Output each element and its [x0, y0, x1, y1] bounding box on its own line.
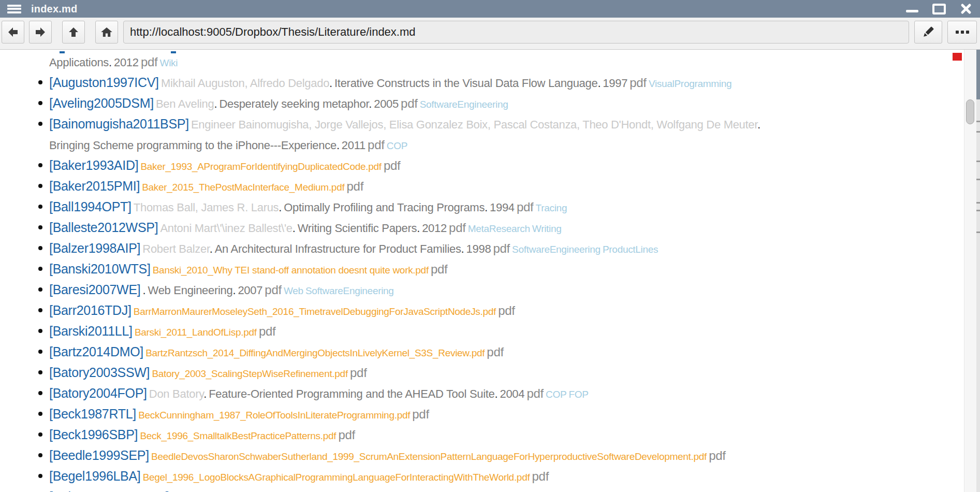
pdf-link[interactable]: pdf [431, 262, 447, 276]
close-icon [960, 3, 972, 15]
pdf-link[interactable]: pdf [532, 469, 549, 483]
document-content: Applications. 2012 pdf Wiki[Auguston1997… [0, 50, 980, 492]
pdf-link[interactable]: pdf [350, 366, 367, 380]
window-scrollbar-track[interactable] [976, 50, 980, 492]
citation-key-link[interactable]: [Barski2011LL] [49, 324, 133, 338]
maximize-icon [932, 4, 946, 15]
tag-link[interactable]: SoftwareEngineering [305, 285, 394, 296]
citation-key-link[interactable]: [Baker2015PMI] [49, 179, 140, 193]
citation-key-link[interactable]: [Beck1987RTL] [49, 407, 136, 421]
pdf-link[interactable]: pdf [709, 448, 725, 462]
citation-key-link[interactable]: [Baker1993AID] [49, 158, 138, 172]
tag-link[interactable]: Wiki [160, 57, 178, 68]
separator-period: . [461, 242, 464, 255]
back-button[interactable] [2, 21, 24, 44]
pdf-filename-link[interactable]: BeckCunningham_1987_RoleOfToolsInLiterat… [138, 410, 410, 421]
citation-key-link[interactable]: [Auguston1997ICV] [49, 75, 159, 90]
entry-title: Feature-Oriented Programming and the AHE… [209, 387, 494, 400]
pdf-link[interactable]: pdf [259, 324, 275, 338]
entry-year: 2012 [422, 222, 447, 235]
content-scrollbar-thumb[interactable] [966, 99, 974, 124]
up-button[interactable] [62, 21, 85, 44]
entry-year: 2005 [374, 97, 399, 110]
pdf-filename-link[interactable]: Beck_1996_SmalltalkBestPracticePatterns.… [140, 430, 336, 441]
citation-key-link[interactable]: [Begel1996LBA] [49, 469, 141, 483]
pdf-filename-link[interactable]: Batory_2003_ScalingStepWiseRefinement.pd… [152, 368, 348, 379]
tag-link[interactable]: Web [284, 285, 303, 296]
tag-link[interactable]: Writing [532, 223, 562, 234]
tag-link[interactable]: SoftwareEngineering [420, 99, 508, 110]
separator-period: . [214, 97, 217, 110]
citation-key-link[interactable]: [Balleste2012WSP] [49, 220, 158, 235]
window-scrollbar-thumb[interactable] [976, 50, 980, 99]
pdf-link[interactable]: pdf [265, 283, 281, 297]
tag-link[interactable]: SoftwareEngineering [512, 244, 601, 255]
tag-link[interactable]: COP [387, 140, 407, 151]
pdf-link[interactable]: pdf [368, 138, 384, 152]
pdf-link[interactable]: pdf [526, 386, 543, 400]
pdf-filename-link[interactable]: Banski_2010_Why TEI stand-off annotation… [153, 265, 429, 276]
citation-key-link[interactable]: [Batory2004FOP] [49, 386, 147, 400]
tag-link[interactable]: COP [546, 389, 566, 400]
citation-key-link[interactable]: [Banski2010WTS] [49, 262, 151, 276]
minimize-button[interactable] [904, 2, 920, 16]
pdf-filename-link[interactable]: BarrMarronMaurerMoseleySeth_2016_Timetra… [134, 306, 496, 317]
more-options-button[interactable] [947, 21, 977, 44]
citation-key-link[interactable]: [Barr2016TDJ] [49, 303, 131, 317]
pdf-link[interactable]: pdf [141, 55, 157, 69]
pdf-filename-link[interactable]: BeedleDevosSharonSchwaberSutherland_1999… [151, 451, 707, 462]
forward-button[interactable] [29, 21, 52, 44]
citation-key-link[interactable]: [Beck1996SBP] [49, 427, 138, 442]
content-scrollbar-track[interactable] [964, 50, 976, 492]
citation-key-link[interactable]: [Batory2003SSW] [49, 365, 150, 380]
tag-link[interactable]: MetaResearch [468, 223, 530, 234]
citation-key-link[interactable]: [Baresi2007WE] [49, 282, 140, 297]
bibliography-entry: [Barski2011LL] Barski_2011_LandOfLisp.pd… [49, 322, 918, 342]
citation-key-link[interactable]: [Ball1994OPT] [49, 199, 131, 214]
citation-key-link[interactable]: [Bekmann2009GWD] [49, 489, 169, 492]
pdf-link[interactable]: pdf [338, 428, 355, 442]
pdf-link[interactable]: pdf [498, 303, 515, 317]
pdf-link[interactable]: pdf [384, 158, 400, 172]
home-button[interactable] [95, 21, 118, 44]
citation-key-link[interactable]: [Balzer1998AIP] [49, 241, 140, 255]
bibliography-entry: [Beck1996SBP] Beck_1996_SmalltalkBestPra… [49, 425, 918, 446]
bibliography-entry: [Baker1993AID] Baker_1993_AProgramForIde… [49, 156, 918, 177]
tag-link[interactable]: ProductLines [603, 244, 658, 255]
pdf-link[interactable]: pdf [412, 407, 429, 421]
pdf-link[interactable]: pdf [517, 200, 533, 214]
pdf-filename-link[interactable]: Baker_1993_AProgramForIdentifyingDuplica… [140, 161, 381, 172]
tag-link[interactable]: Tracing [536, 202, 567, 213]
pdf-link[interactable]: pdf [487, 345, 503, 359]
pdf-filename-link[interactable]: Baker_2015_ThePostMacInterface_Medium.pd… [142, 182, 344, 193]
maximize-button[interactable] [931, 2, 947, 16]
hamburger-menu-icon[interactable] [7, 5, 21, 13]
pdf-link[interactable]: pdf [449, 221, 465, 235]
citation-key-link[interactable]: [Bartz2014DMO] [49, 344, 143, 359]
pdf-filename-link[interactable]: Barski_2011_LandOfLisp.pdf [135, 327, 257, 338]
url-address-input[interactable] [123, 21, 909, 44]
entry-year: 2007 [238, 284, 262, 297]
tag-link[interactable]: VisualProgramming [649, 78, 732, 89]
pdf-link[interactable]: pdf [630, 76, 646, 90]
author-names: Engineer Bainomugisha, Jorge Vallejos, E… [191, 118, 757, 131]
edit-button[interactable] [914, 21, 942, 44]
citation-key-link[interactable]: [Bainomugisha2011BSP] [49, 117, 189, 131]
home-icon [100, 26, 113, 38]
citation-key-link[interactable]: [Aveling2005DSM] [49, 96, 154, 110]
author-names: Mikhail Auguston, Alfredo Delgado [161, 77, 329, 90]
pdf-link[interactable]: pdf [515, 490, 531, 492]
tag-link[interactable]: FOP [568, 389, 588, 400]
window-title: index.md [31, 3, 77, 15]
pdf-link[interactable]: pdf [401, 96, 417, 110]
bibliography-entry: [Ball1994OPT] Thomas Ball, James R. Laru… [49, 197, 918, 218]
pdf-filename-link[interactable]: Begel_1996_LogoBlocksAGraphicalProgrammi… [143, 472, 530, 483]
citation-key-link[interactable]: [Beedle1999SEP] [49, 448, 149, 462]
pdf-link[interactable]: pdf [493, 241, 509, 255]
bibliography-entry: [Batory2004FOP] Don Batory. Feature-Orie… [49, 384, 918, 404]
pdf-filename-link[interactable]: BartzRantzsch_2014_DiffingAndMergingObje… [145, 348, 485, 358]
entry-title: Web Engineering [148, 284, 233, 297]
close-button[interactable] [958, 2, 974, 16]
bibliography-entry: [Balleste2012WSP] Antoni Mart\'\inez Bal… [49, 218, 918, 239]
pdf-link[interactable]: pdf [347, 179, 363, 193]
